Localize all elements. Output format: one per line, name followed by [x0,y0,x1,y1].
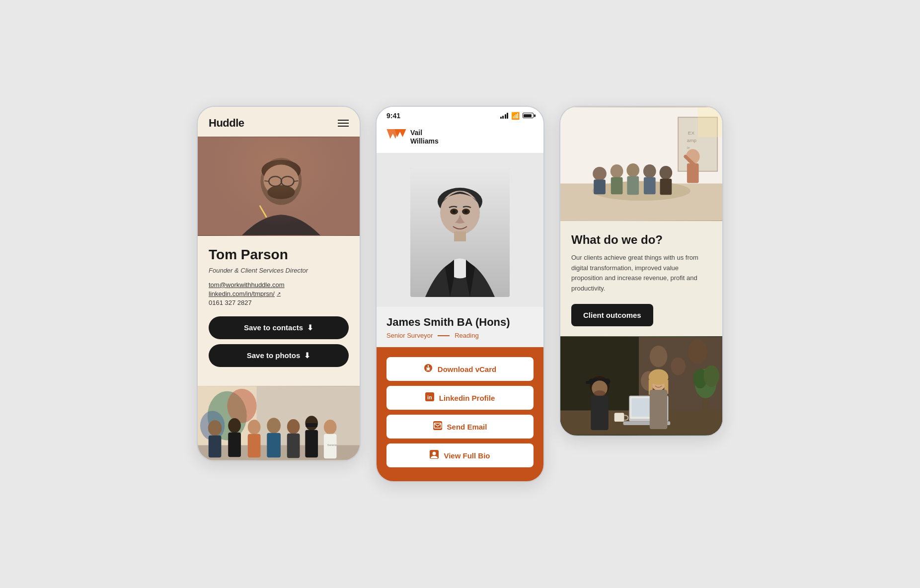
save-contacts-button[interactable]: Save to contacts ⬇ [209,316,349,339]
svg-point-85 [650,346,668,367]
send-email-label: Send Email [447,423,487,431]
phone-number: 0161 327 2827 [209,299,349,306]
svg-rect-35 [305,430,318,457]
svg-point-110 [703,365,719,386]
view-bio-label: View Full Bio [444,451,490,460]
download-vcard-button[interactable]: Download vCard [386,357,534,381]
svg-point-87 [688,339,708,364]
svg-rect-30 [267,433,281,457]
svg-line-14 [264,181,269,181]
linkedin-label: Linkedin Profile [439,394,495,402]
svg-point-8 [261,159,301,181]
vail-williams-logo: Vail Williams [386,129,439,146]
person-role: Senior Surveyor [386,332,433,339]
save-contacts-label: Save to contacts [244,323,303,332]
svg-point-3 [269,178,281,187]
svg-rect-28 [248,434,261,457]
brand-name: Vail Williams [410,129,439,146]
svg-rect-98 [586,381,591,384]
bio-icon [430,450,439,461]
email-icon [433,421,442,432]
signal-icon [500,113,509,119]
download-icon: ⬇ [307,323,313,332]
svg-marker-40 [394,129,406,137]
svg-text:le: le [687,146,690,150]
save-photos-button[interactable]: Save to photos ⬇ [209,344,349,367]
person-info: James Smith BA (Hons) Senior Surveyor Re… [377,307,543,347]
svg-rect-45 [454,231,466,241]
team-photo: Serene [198,386,360,460]
svg-rect-24 [209,435,222,457]
person-title: Founder & Client Services Director [209,267,349,274]
linkedin-link[interactable]: linkedin.com/in/tmprsn/ ↗ [209,290,349,297]
svg-text:EX: EX [688,130,695,135]
linkedin-icon: in [425,392,434,403]
phone2-header: Vail Williams [377,123,543,153]
meeting-photo: EX amp le [560,107,722,221]
role-line: Senior Surveyor Reading [386,332,534,339]
phone1-header: Huddle [198,107,360,137]
cafe-photo [560,336,722,436]
huddle-logo: Huddle [209,117,244,130]
svg-rect-26 [228,432,241,456]
svg-point-4 [281,178,293,187]
svg-point-9 [263,164,299,196]
svg-rect-1 [198,137,360,235]
section-heading: What do we do? [571,233,711,247]
download-photos-icon: ⬇ [304,351,310,360]
svg-point-12 [281,176,294,186]
hero-photo [198,137,360,236]
svg-rect-32 [287,433,300,457]
svg-point-68 [592,181,690,201]
svg-rect-0 [198,137,360,235]
svg-rect-82 [698,107,722,137]
svg-point-44 [440,191,480,234]
person-name: Tom Parson [209,247,349,263]
person-location: Reading [455,332,478,339]
svg-line-6 [265,181,269,182]
email-link[interactable]: tom@workwithhuddle.com [209,281,349,289]
svg-point-25 [228,418,241,433]
view-bio-button[interactable]: View Full Bio [386,443,534,467]
send-email-button[interactable]: Send Email [386,415,534,439]
svg-rect-34 [306,423,317,427]
svg-point-31 [287,419,300,434]
role-separator [438,335,450,336]
svg-text:in: in [427,394,432,400]
svg-point-69 [593,167,607,181]
client-outcomes-button[interactable]: Client outcomes [571,304,653,326]
svg-point-27 [248,420,261,435]
svg-point-71 [611,164,623,178]
battery-icon [523,113,534,118]
download-vcard-label: Download vCard [438,365,496,373]
phone-huddle: Huddle [197,106,361,461]
svg-point-23 [208,420,222,436]
svg-rect-101 [591,396,609,430]
svg-point-11 [269,176,282,186]
svg-point-73 [626,163,639,177]
svg-point-10 [267,185,295,199]
svg-point-86 [671,358,686,375]
phone3-content: What do we do? Our clients achieve great… [560,221,722,336]
svg-text:Serene: Serene [327,443,337,446]
status-bar: 9:41 📶 [377,107,543,123]
wifi-icon: 📶 [511,112,520,120]
svg-rect-78 [660,178,672,195]
svg-rect-16 [259,205,267,218]
svg-point-36 [324,420,337,435]
phones-container: Huddle [197,106,723,483]
contact-links: tom@workwithhuddle.com linkedin.com/in/t… [209,281,349,306]
svg-rect-106 [650,390,668,429]
section-body: Our clients achieve great things with us… [571,253,711,294]
svg-rect-70 [594,179,606,194]
svg-point-77 [660,166,673,180]
svg-point-29 [267,418,281,434]
action-buttons: Save to contacts ⬇ Save to photos ⬇ [209,316,349,367]
svg-rect-74 [627,176,639,195]
menu-icon[interactable] [338,120,349,127]
phone1-content: Tom Parson Founder & Client Services Dir… [198,236,360,386]
svg-rect-111 [614,413,624,422]
linkedin-button[interactable]: in Linkedin Profile [386,386,534,410]
svg-point-75 [643,164,656,178]
vw-logo-icon [386,129,406,145]
